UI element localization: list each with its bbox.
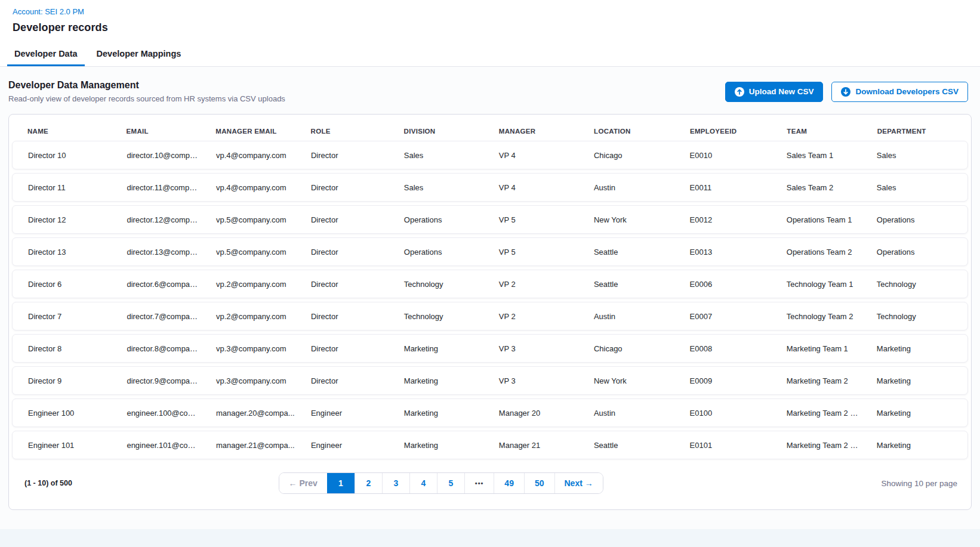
cell-manager: VP 3 (483, 376, 578, 385)
cell-division: Sales (389, 151, 483, 160)
cell-name: Engineer 100 (13, 409, 111, 418)
circle-arrow-up-icon (735, 87, 744, 97)
page-button-5[interactable]: 5 (437, 473, 464, 493)
cell-manager: VP 5 (483, 215, 578, 224)
cell-location: Seattle (578, 280, 674, 289)
cell-department: Technology (861, 312, 967, 321)
cell-role: Director (295, 215, 389, 224)
per-page-text: Showing 10 per page (881, 479, 957, 488)
cell-manager: VP 4 (483, 183, 578, 192)
cell-manager: VP 5 (483, 248, 578, 256)
cell-name: Director 6 (13, 280, 111, 289)
pagination-pages: 12345•••4950 (327, 473, 554, 493)
cell-team: Sales Team 1 (771, 151, 861, 160)
tab-developer-mappings[interactable]: Developer Mappings (90, 41, 189, 66)
table-row: Engineer 100engineer.100@comp...manager.… (12, 398, 968, 427)
cell-location: Chicago (578, 151, 674, 160)
cell-division: Operations (389, 248, 483, 256)
cell-manager: VP 4 (483, 151, 578, 160)
column-header-employeeid: EMPLOYEEID (674, 128, 771, 135)
cell-email: director.8@company.... (111, 344, 201, 353)
cell-division: Marketing (389, 441, 483, 450)
cell-team: Marketing Team 2 Su... (771, 441, 861, 450)
cell-manager: Manager 21 (483, 441, 578, 450)
prev-page-button[interactable]: ← Prev (279, 473, 327, 493)
column-header-division: DIVISION (389, 128, 483, 135)
page-button-1[interactable]: 1 (327, 473, 355, 493)
table-header: NAMEEMAILMANAGER EMAILROLEDIVISIONMANAGE… (12, 120, 968, 141)
cell-department: Operations (861, 248, 967, 256)
cell-employeeid: E0008 (674, 344, 771, 353)
cell-manager-email: vp.4@company.com (201, 151, 295, 160)
cell-location: Austin (578, 183, 674, 192)
upload-new-csv-button[interactable]: Upload New CSV (725, 82, 824, 102)
download-developers-csv-button[interactable]: Download Developers CSV (831, 82, 968, 102)
cell-manager-email: vp.3@company.com (201, 344, 295, 353)
cell-name: Director 9 (13, 376, 111, 385)
cell-team: Operations Team 1 (771, 215, 861, 224)
upload-button-label: Upload New CSV (749, 87, 814, 96)
table-row: Director 8director.8@company....vp.3@com… (12, 334, 968, 363)
page-button-4[interactable]: 4 (409, 473, 437, 493)
cell-employeeid: E0100 (674, 409, 771, 418)
download-button-label: Download Developers CSV (855, 87, 959, 96)
cell-employeeid: E0013 (674, 248, 771, 256)
cell-team: Marketing Team 1 (771, 344, 861, 353)
cell-team: Marketing Team 2 (771, 376, 861, 385)
table-body: Director 10director.10@compan...vp.4@com… (12, 141, 968, 459)
cell-manager: Manager 20 (483, 409, 578, 418)
table-footer: (1 - 10) of 500 ← Prev 12345•••4950 Next… (12, 472, 968, 494)
cell-name: Director 10 (13, 151, 111, 160)
cell-manager-email: vp.3@company.com (201, 376, 295, 385)
tab-developer-data[interactable]: Developer Data (7, 41, 85, 66)
cell-division: Marketing (389, 409, 483, 418)
cell-name: Director 12 (13, 215, 111, 224)
cell-location: Austin (578, 312, 674, 321)
cell-department: Marketing (861, 344, 967, 353)
column-header-manager: MANAGER (483, 128, 578, 135)
next-page-button[interactable]: Next → (554, 473, 603, 493)
cell-location: New York (578, 376, 674, 385)
cell-email: director.12@compan... (111, 215, 201, 224)
column-header-team: TEAM (771, 128, 861, 135)
cell-employeeid: E0009 (674, 376, 771, 385)
page-button-50[interactable]: 50 (524, 473, 554, 493)
cell-division: Technology (389, 312, 483, 321)
cell-email: engineer.100@comp... (111, 409, 201, 418)
cell-division: Technology (389, 280, 483, 289)
cell-department: Sales (861, 151, 967, 160)
top-header: Account: SEI 2.0 PM Developer records (0, 0, 980, 41)
cell-role: Director (295, 248, 389, 256)
cell-employeeid: E0101 (674, 441, 771, 450)
cell-role: Director (295, 280, 389, 289)
page-button-2[interactable]: 2 (355, 473, 382, 493)
page-button-3[interactable]: 3 (382, 473, 409, 493)
page-button-49[interactable]: 49 (494, 473, 524, 493)
cell-division: Operations (389, 215, 483, 224)
page: Account: SEI 2.0 PM Developer records De… (0, 0, 980, 547)
cell-employeeid: E0012 (674, 215, 771, 224)
cell-role: Director (295, 312, 389, 321)
cell-manager: VP 2 (483, 312, 578, 321)
cell-location: Seattle (578, 441, 674, 450)
cell-name: Director 8 (13, 344, 111, 353)
cell-location: Chicago (578, 344, 674, 353)
cell-email: director.10@compan... (111, 151, 201, 160)
table-row: Director 11director.11@compan...vp.4@com… (12, 173, 968, 202)
cell-employeeid: E0007 (674, 312, 771, 321)
column-header-email: EMAIL (111, 128, 201, 135)
table-row: Director 6director.6@company....vp.2@com… (12, 270, 968, 298)
developer-data-section: Developer Data Management Read-only view… (0, 67, 980, 529)
cell-email: director.9@company.... (111, 376, 201, 385)
cell-manager: VP 3 (483, 344, 578, 353)
cell-manager-email: vp.4@company.com (201, 183, 295, 192)
next-label: Next (565, 478, 583, 488)
cell-team: Marketing Team 2 Su... (771, 409, 861, 418)
column-header-department: DEPARTMENT (862, 128, 968, 135)
arrow-right-icon: → (585, 478, 593, 488)
cell-department: Technology (861, 280, 967, 289)
cell-department: Marketing (861, 409, 967, 418)
cell-manager-email: manager.20@compa... (201, 409, 295, 418)
cell-location: Seattle (578, 248, 674, 256)
account-breadcrumb-link[interactable]: Account: SEI 2.0 PM (13, 7, 84, 16)
